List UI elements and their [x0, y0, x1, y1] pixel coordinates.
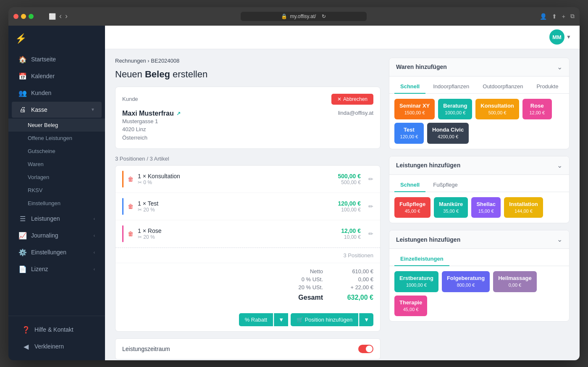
sidebar-item-kunden[interactable]: 👥 Kunden — [12, 85, 102, 101]
edit-position-icon[interactable]: ✏ — [368, 176, 373, 182]
external-link-icon[interactable]: ↗ — [176, 111, 181, 116]
sidebar-item-verkleinern[interactable]: ◀ Verkleinern — [15, 338, 98, 355]
product-folgeberatung[interactable]: Folgeberatung 800,00 € — [442, 271, 490, 292]
ust20-label: 20 % USt. — [298, 284, 323, 290]
nav-forward-icon[interactable]: › — [65, 12, 68, 21]
avatar[interactable]: MM — [549, 29, 564, 45]
tab-schnell-leistungen1[interactable]: Schnell — [394, 179, 425, 192]
sidebar-item-kasse[interactable]: 🖨 Kasse ▼ — [12, 102, 102, 118]
sidebar-item-gutscheine[interactable]: Gutscheine — [8, 145, 105, 158]
minimize-button[interactable] — [21, 14, 26, 19]
product-erstberatung[interactable]: Erstberatung 1000,00 € — [394, 271, 438, 292]
product-test[interactable]: Test 120,00 € — [394, 123, 424, 144]
sidebar-item-neuer-beleg[interactable]: Neuer Beleg — [8, 119, 105, 132]
logo-icon: ⚡ — [15, 33, 26, 44]
add-position-dropdown-button[interactable]: ▼ — [359, 313, 373, 326]
traffic-lights — [13, 14, 34, 19]
breadcrumb-parent[interactable]: Rechnungen — [115, 58, 146, 64]
product-price: 1000,00 € — [443, 110, 467, 116]
tab-indoorpflanzen[interactable]: Indoorpflanzen — [427, 81, 475, 94]
sidebar-item-einstellungen[interactable]: ⚙️ Einstellungen ‹ — [12, 244, 102, 261]
reload-icon[interactable]: ↻ — [322, 13, 326, 19]
tab-einzelleistungen[interactable]: Einzelleistungen — [394, 253, 449, 266]
rabatt-button[interactable]: % Rabatt — [239, 313, 273, 326]
product-price: 35,00 € — [439, 208, 463, 214]
sidebar-item-journaling[interactable]: 📈 Journaling ‹ — [12, 227, 102, 244]
leistungen1-collapse-icon[interactable]: ⌄ — [557, 161, 562, 169]
position-tax: ✂ 0 % — [138, 180, 334, 185]
close-button[interactable] — [13, 14, 18, 19]
add-position-button[interactable]: 🛒 Position hinzufügen — [291, 313, 358, 326]
product-shellac[interactable]: Shellac 15,00 € — [471, 197, 501, 218]
sidebar-item-einstellungen-kasse[interactable]: Einstellungen — [8, 197, 105, 210]
sidebar-item-kalender[interactable]: 📅 Kalender — [12, 68, 102, 84]
share-icon[interactable]: ⬆ — [552, 13, 557, 20]
leistungen2-collapse-icon[interactable]: ⌄ — [557, 235, 562, 243]
waren-collapse-icon[interactable]: ⌄ — [557, 63, 562, 71]
avatar-chevron-icon[interactable]: ▼ — [566, 34, 571, 40]
cancel-label: Abbrechen — [343, 96, 368, 102]
product-price: 1500,00 € — [399, 110, 430, 116]
product-konsultation[interactable]: Konsultation 500,00 € — [475, 99, 519, 120]
tab-schnell-waren[interactable]: Schnell — [394, 81, 425, 94]
titlebar: ⬜ ‹ › 🔒 my.offisy.at/ ↻ 👤 ⬆ + ⧉ — [8, 7, 580, 26]
sidebar-item-startseite[interactable]: 🏠 Startseite — [12, 51, 102, 68]
tab-fusspflege-leistungen1[interactable]: Fußpflege — [427, 179, 464, 192]
leistungen2-tabs: Einzelleistungen — [389, 249, 569, 266]
sidebar-toggle-icon[interactable]: ⬜ — [49, 13, 56, 20]
sidebar-item-label: Lizenz — [31, 266, 89, 272]
url-bar[interactable]: 🔒 my.offisy.at/ ↻ — [241, 12, 367, 21]
edit-position-icon[interactable]: ✏ — [368, 203, 373, 210]
calendar-icon: 📅 — [18, 72, 27, 80]
chevron-right-icon: ‹ — [94, 250, 95, 255]
delete-position-icon[interactable]: 🗑 — [128, 176, 134, 182]
sidebar-item-hilfe[interactable]: ❓ Hilfe & Kontakt — [15, 322, 98, 338]
edit-position-icon[interactable]: ✏ — [368, 230, 373, 237]
sidebar-item-label: Verkleinern — [34, 343, 92, 350]
product-fusspflege[interactable]: Fußpflege 45,00 € — [394, 197, 430, 218]
chevron-right-icon: ‹ — [94, 217, 95, 221]
maximize-button[interactable] — [29, 14, 34, 19]
leistungszeitraum-toggle[interactable] — [358, 345, 373, 353]
tab-produkte[interactable]: Produkte — [530, 81, 564, 94]
position-info: 1 × Konsultation ✂ 0 % — [138, 173, 334, 185]
windows-icon[interactable]: ⧉ — [570, 13, 575, 20]
sidebar-item-rksv[interactable]: RKSV — [8, 184, 105, 197]
product-price: 12,00 € — [528, 110, 547, 116]
nav-back-icon[interactable]: ‹ — [59, 12, 62, 21]
position-color-bar — [122, 225, 123, 242]
product-therapie[interactable]: Therapie 45,00 € — [394, 296, 427, 317]
product-honda-civic[interactable]: Honda Civic 4200,00 € — [427, 123, 469, 144]
delete-position-icon[interactable]: 🗑 — [128, 230, 134, 237]
positions-count-row: 3 Positionen — [116, 248, 380, 263]
sidebar-item-offene-leistungen[interactable]: Offene Leistungen — [8, 132, 105, 145]
product-seminar-xy[interactable]: Seminar XY 1500,00 € — [394, 99, 435, 120]
tab-outdoorpflanzen[interactable]: Outdoorpflanzen — [477, 81, 529, 94]
position-name: 1 × Konsultation — [138, 173, 334, 180]
sidebar-item-lizenz[interactable]: 📄 Lizenz ‹ — [12, 261, 102, 277]
user-icon[interactable]: 👤 — [540, 13, 547, 20]
delete-position-icon[interactable]: 🗑 — [128, 203, 134, 210]
page-title-prefix: Neuen — [115, 69, 145, 79]
sidebar-item-leistungen[interactable]: ☰ Leistungen ‹ — [12, 211, 102, 227]
ust20-value: + 22,00 € — [340, 284, 373, 290]
product-manikuere[interactable]: Maniküre 35,00 € — [434, 197, 468, 218]
product-rose[interactable]: Rose 12,00 € — [522, 99, 552, 120]
leistungen1-products-grid: Fußpflege 45,00 € Maniküre 35,00 € Shell… — [389, 192, 569, 223]
position-tax: ✂ 20 % — [138, 207, 334, 213]
totals-section: Netto 610,00 € 0 % USt. 0,00 € 20 % USt.… — [116, 263, 380, 308]
customer-info-row: Maxi Musterfrau ↗ Mustergasse 1 4020 Lin… — [122, 110, 373, 142]
rabatt-dropdown-button[interactable]: ▼ — [274, 313, 288, 326]
add-tab-icon[interactable]: + — [562, 13, 565, 20]
sidebar-item-waren[interactable]: Waren — [8, 158, 105, 171]
position-price-main: 120,00 € — [338, 200, 361, 207]
url-text: my.offisy.at/ — [290, 13, 316, 19]
ust0-row: 0 % USt. 0,00 € — [122, 276, 373, 283]
product-installation[interactable]: Installation 144,00 € — [504, 197, 543, 218]
leistungen2-panel-title: Leistungen hinzufügen — [396, 236, 460, 243]
cancel-button[interactable]: ✕ Abbrechen — [331, 94, 373, 105]
sidebar-item-vorlagen[interactable]: Vorlagen — [8, 171, 105, 184]
product-beratung[interactable]: Beratung 1000,00 € — [438, 99, 472, 120]
product-heilmassage[interactable]: Heilmassage 0,00 € — [493, 271, 537, 292]
lock-icon: 🔒 — [281, 13, 287, 19]
